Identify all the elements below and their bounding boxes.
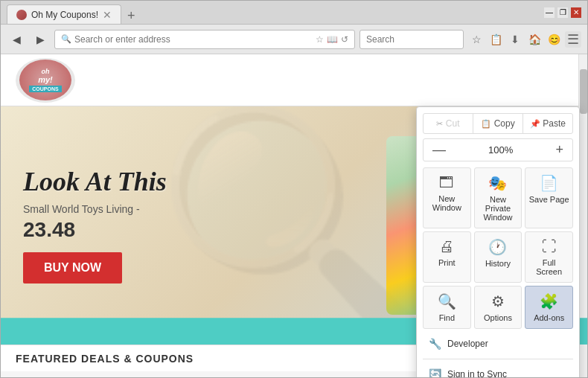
private-window-label: New Private Window	[478, 195, 519, 222]
star-icon[interactable]: ☆	[316, 34, 324, 45]
forward-button[interactable]: ▶	[31, 30, 50, 49]
logo-text1: oh	[42, 68, 50, 75]
address-bar[interactable]: 🔍 ☆ 📖 ↺	[54, 30, 355, 49]
save-page-item[interactable]: 📄 Save Page	[525, 167, 573, 228]
hero-price: 23.48	[23, 218, 167, 242]
tab-favicon	[16, 10, 27, 20]
minimize-button[interactable]: —	[544, 7, 555, 18]
menu-icon[interactable]: ☰	[565, 31, 581, 48]
zoom-in-button[interactable]: +	[551, 142, 568, 158]
cut-label: Cut	[446, 118, 460, 129]
find-item[interactable]: 🔍 Find	[423, 286, 471, 329]
find-label: Find	[439, 313, 455, 322]
reader-icon[interactable]: 📖	[327, 34, 338, 45]
print-icon: 🖨	[439, 238, 454, 255]
title-bar: Oh My Coupons! ✕ + — ❐ ✕	[1, 1, 587, 25]
address-input[interactable]	[74, 34, 313, 45]
buy-now-button[interactable]: BUY NOW	[23, 252, 122, 284]
save-page-label: Save Page	[529, 195, 569, 204]
addons-item[interactable]: 🧩 Add-ons	[525, 286, 573, 329]
logo-inner: oh my! COUPONS	[19, 60, 71, 100]
paste-button[interactable]: 📌 Paste	[523, 114, 572, 133]
pocket-icon[interactable]: 📋	[488, 31, 504, 48]
reload-button[interactable]: ↺	[341, 34, 348, 45]
new-private-window-item[interactable]: 🎭 New Private Window	[474, 167, 523, 228]
copy-label: Copy	[494, 118, 515, 129]
navigation-bar: ◀ ▶ 🔍 ☆ 📖 ↺ ☆ 📋 ⬇ 🏠 😊 ☰	[1, 25, 587, 54]
zoom-level: 100%	[488, 144, 513, 156]
options-icon: ⚙	[491, 292, 505, 310]
content-area: oh my! COUPONS 🔍 Look At This Small Worl…	[1, 54, 587, 377]
edit-row: ✂ Cut 📋 Copy 📌 Paste	[423, 113, 573, 134]
new-window-label: New Window	[426, 194, 467, 212]
developer-icon: 🔧	[429, 338, 441, 350]
address-icons: ☆ 📖 ↺	[316, 34, 348, 45]
paste-label: Paste	[543, 118, 566, 129]
close-tab-button[interactable]: ✕	[103, 10, 112, 20]
print-label: Print	[438, 258, 456, 267]
home-icon[interactable]: 🏠	[526, 31, 543, 48]
addons-icon: 🧩	[540, 292, 558, 310]
history-item[interactable]: 🕐 History	[474, 231, 523, 283]
options-label: Options	[484, 313, 512, 322]
browser-window: Oh My Coupons! ✕ + — ❐ ✕ ◀ ▶ 🔍 ☆ 📖 ↺ ☆ 📋	[0, 0, 588, 378]
private-window-icon: 🎭	[488, 174, 507, 192]
scrollbar-thumb[interactable]	[580, 69, 587, 114]
fullscreen-label: Full Screen	[528, 258, 569, 276]
new-tab-button[interactable]: +	[124, 8, 138, 24]
addons-label: Add-ons	[534, 313, 564, 322]
find-icon: 🔍	[438, 292, 456, 310]
bookmark-icon[interactable]: ☆	[468, 31, 485, 48]
logo-text2: my!	[38, 75, 53, 84]
copy-icon: 📋	[481, 119, 491, 128]
window-controls: — ❐ ✕	[544, 7, 581, 18]
zoom-out-button[interactable]: —	[428, 142, 450, 158]
site-logo: oh my! COUPONS	[16, 58, 75, 103]
lock-icon: 🔍	[61, 34, 71, 44]
menu-separator-1	[423, 359, 573, 359]
hero-title: Look At This	[23, 167, 167, 197]
history-label: History	[485, 259, 511, 268]
menu-grid: 🗔 New Window 🎭 New Private Window 📄 Save…	[423, 167, 573, 329]
active-tab[interactable]: Oh My Coupons! ✕	[7, 4, 121, 24]
logo-banner: COUPONS	[29, 86, 61, 92]
site-header: oh my! COUPONS	[1, 54, 587, 106]
tab-title: Oh My Coupons!	[31, 10, 98, 20]
featured-label: FEATURED DEALS & COUPONS	[16, 353, 194, 365]
fullscreen-item[interactable]: ⛶ Full Screen	[525, 231, 573, 283]
cut-icon: ✂	[436, 119, 443, 128]
developer-row[interactable]: 🔧 Developer	[423, 333, 573, 354]
copy-button[interactable]: 📋 Copy	[473, 114, 523, 133]
print-item[interactable]: 🖨 Print	[423, 231, 471, 283]
signin-icon: 🔄	[429, 368, 441, 377]
developer-label: Developer	[447, 339, 488, 349]
paste-icon: 📌	[530, 119, 540, 128]
restore-button[interactable]: ❐	[557, 7, 568, 18]
close-button[interactable]: ✕	[571, 7, 581, 18]
fullscreen-icon: ⛶	[542, 238, 557, 255]
account-icon[interactable]: 😊	[546, 31, 562, 48]
toolbar-icons: ☆ 📋 ⬇ 🏠 😊 ☰	[468, 31, 581, 48]
new-window-icon: 🗔	[439, 174, 454, 191]
new-window-item[interactable]: 🗔 New Window	[423, 167, 471, 228]
firefox-menu: ✂ Cut 📋 Copy 📌 Paste — 100% +	[416, 106, 580, 377]
tab-bar: Oh My Coupons! ✕ +	[7, 1, 138, 24]
zoom-row: — 100% +	[423, 138, 573, 161]
hero-subtitle: Small World Toys Living -	[23, 203, 167, 215]
search-input[interactable]	[359, 30, 464, 49]
signin-label: Sign in to Sync	[447, 369, 507, 377]
download-icon[interactable]: ⬇	[507, 31, 523, 48]
options-item[interactable]: ⚙ Options	[474, 286, 523, 329]
cut-button[interactable]: ✂ Cut	[424, 114, 473, 133]
history-icon: 🕐	[488, 238, 507, 256]
save-page-icon: 📄	[540, 174, 558, 192]
back-button[interactable]: ◀	[7, 30, 26, 49]
hero-text: Look At This Small World Toys Living - 2…	[23, 167, 167, 284]
signin-row[interactable]: 🔄 Sign in to Sync	[423, 364, 573, 377]
